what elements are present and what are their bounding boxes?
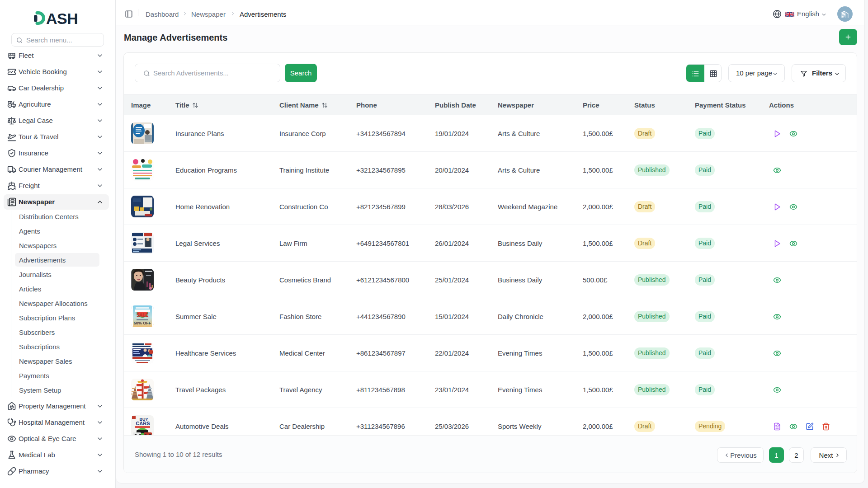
svg-text:SALE: SALE [137, 313, 149, 318]
svg-text:50% OFF: 50% OFF [134, 321, 151, 325]
svg-text:ASH: ASH [46, 10, 78, 26]
svg-text:CARS: CARS [136, 421, 150, 426]
